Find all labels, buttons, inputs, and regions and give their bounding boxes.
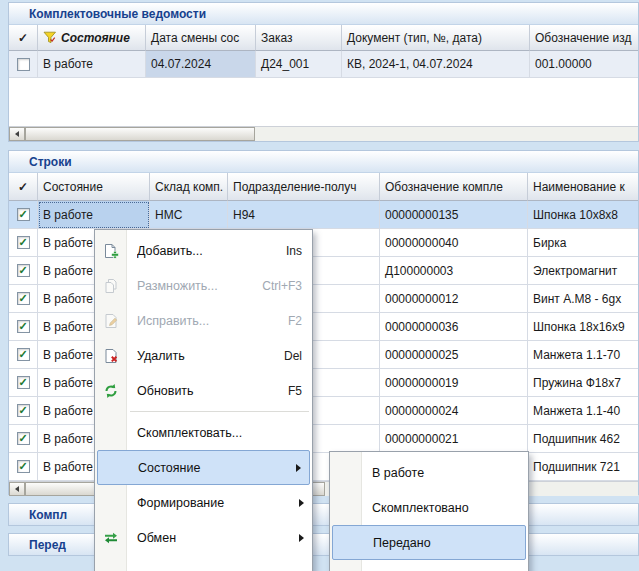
row-select-cell[interactable]: ✓ [9,397,38,425]
cell-date[interactable]: 04.07.2024 [146,51,256,78]
header-designation[interactable]: Обозначение изд [530,25,638,51]
cell-name[interactable]: Подшипник 721 [528,453,638,481]
row-select-cell[interactable]: ✓ [9,285,38,313]
menu-item-delete[interactable]: Удалить Del [95,338,312,373]
cell-designation[interactable]: 00000000019 [380,369,528,397]
header-order[interactable]: Заказ [256,25,342,51]
grid-empty-area [9,78,638,126]
panel-vedomosti: Комплектовочные ведомости ✓ Состояние Да… [8,2,639,142]
menu-item-label: Исправить... [137,314,276,328]
header-name[interactable]: Наименование к [528,173,638,201]
table-row[interactable]: В работе 04.07.2024 Д24_001 КВ, 2024-1, … [9,51,638,78]
menu-item-label: Передано [373,536,515,550]
cell-designation[interactable]: 00000000025 [380,341,528,369]
submenu-arrow-icon [299,534,304,542]
panel-header-stroki[interactable]: Строки [9,151,638,173]
menu-item-label: Обмен [137,531,302,545]
context-menu: Добавить... Ins Размножить... Ctrl+F3 Ис… [94,229,313,571]
horizontal-scrollbar[interactable] [9,126,638,141]
menu-item-add[interactable]: Добавить... Ins [95,233,312,268]
cell-name[interactable]: Шпонка 18х16х9 [528,313,638,341]
panel-header-vedomosti[interactable]: Комплектовочные ведомости [9,3,638,25]
panel-title-stroki: Строки [29,155,72,169]
cell-name[interactable]: Винт А.М8 - 6gх [528,285,638,313]
header-warehouse[interactable]: Склад комп. [150,173,228,201]
vedomosti-grid-header: ✓ Состояние Дата смены сос Заказ Докумен… [9,25,638,51]
cell-designation[interactable]: 00000000036 [380,313,528,341]
cell-state[interactable]: В работе [38,201,150,229]
cell-designation[interactable]: Д100000003 [380,257,528,285]
checkbox-unchecked[interactable] [17,58,30,71]
scroll-left-button[interactable] [9,482,25,496]
scrollbar-thumb[interactable] [25,127,255,141]
header-select-column[interactable]: ✓ [9,173,38,201]
row-select-cell[interactable]: ✓ [9,369,38,397]
menu-item-label: Добавить... [137,244,274,258]
checkbox-checked[interactable]: ✓ [17,404,30,417]
checkbox-checked[interactable]: ✓ [17,208,30,221]
table-row[interactable]: ✓ В работе НМС Н94 00000000135 Шпонка 10… [9,201,638,229]
cell-name[interactable]: Бирка [528,229,638,257]
menu-item-label: Обновить [137,384,276,398]
cell-designation[interactable]: 00000000012 [380,285,528,313]
header-check-icon: ✓ [18,180,28,194]
cell-designation[interactable]: 00000000040 [380,229,528,257]
row-select-cell[interactable]: ✓ [9,341,38,369]
menu-item-obmen[interactable]: Обмен [95,520,312,555]
header-select-column[interactable]: ✓ [9,25,38,51]
stroki-grid-header: ✓ Состояние Склад комп. Подразделение-по… [9,173,638,201]
header-state[interactable]: Состояние [38,173,150,201]
menu-item-hotkey: F2 [288,314,302,328]
checkbox-checked[interactable]: ✓ [17,320,30,333]
checkbox-checked[interactable]: ✓ [17,460,30,473]
cell-designation[interactable]: 00000000024 [380,397,528,425]
menu-item-formirovanie[interactable]: Формирование [95,485,312,520]
cell-designation[interactable]: 001.00000 [530,51,638,78]
menu-item-duplicate[interactable]: Размножить... Ctrl+F3 [95,268,312,303]
row-select-cell[interactable]: ✓ [9,453,38,481]
header-date[interactable]: Дата смены сос [146,25,256,51]
row-select-cell[interactable] [9,51,38,78]
checkbox-checked[interactable]: ✓ [17,432,30,445]
cell-warehouse[interactable]: НМС [150,201,228,229]
cell-name[interactable]: Шпонка 10х8х8 [528,201,638,229]
menu-item-sostoyanie[interactable]: Состояние [97,450,310,485]
header-state[interactable]: Состояние [38,25,146,51]
scroll-left-icon [15,486,19,492]
checkbox-checked[interactable]: ✓ [17,292,30,305]
duplicate-icon [102,277,120,295]
checkbox-checked[interactable]: ✓ [17,376,30,389]
scroll-left-button[interactable] [9,127,25,141]
cell-name[interactable]: Электромагнит [528,257,638,285]
row-select-cell[interactable]: ✓ [9,229,38,257]
row-select-cell[interactable]: ✓ [9,425,38,453]
submenu-item-v-rabote[interactable]: В работе [330,455,528,490]
row-select-cell[interactable]: ✓ [9,313,38,341]
cell-name[interactable]: Манжета 1.1-40 [528,397,638,425]
row-select-cell[interactable]: ✓ [9,257,38,285]
checkbox-checked[interactable]: ✓ [17,236,30,249]
row-select-cell[interactable]: ✓ [9,201,38,229]
cell-order[interactable]: Д24_001 [256,51,342,78]
cell-name[interactable]: Подшипник 462 [528,425,638,453]
header-designation[interactable]: Обозначение компле [380,173,528,201]
header-department[interactable]: Подразделение-получ [228,173,380,201]
menu-item-skomplektovat[interactable]: Скомплектовать... [95,415,312,450]
menu-item-label: Удалить [137,349,272,363]
submenu-item-peredano[interactable]: Передано [332,525,526,560]
cell-designation[interactable]: 00000000135 [380,201,528,229]
submenu-item-skomplektovano[interactable]: Скомплектовано [330,490,528,525]
cell-name[interactable]: Пружина Ф18х7 [528,369,638,397]
menu-item-hotkey: Del [284,349,302,363]
menu-item-edit[interactable]: Исправить... F2 [95,303,312,338]
cell-name[interactable]: Манжета 1.1-70 [528,341,638,369]
cell-document[interactable]: КВ, 2024-1, 04.07.2024 [342,51,530,78]
checkbox-checked[interactable]: ✓ [17,348,30,361]
header-document[interactable]: Документ (тип, №, дата) [342,25,530,51]
menu-item-label: Размножить... [137,279,250,293]
cell-designation[interactable]: 00000000021 [380,425,528,453]
menu-item-refresh[interactable]: Обновить F5 [95,373,312,408]
checkbox-checked[interactable]: ✓ [17,264,30,277]
cell-department[interactable]: Н94 [228,201,380,229]
cell-state[interactable]: В работе [38,51,146,78]
